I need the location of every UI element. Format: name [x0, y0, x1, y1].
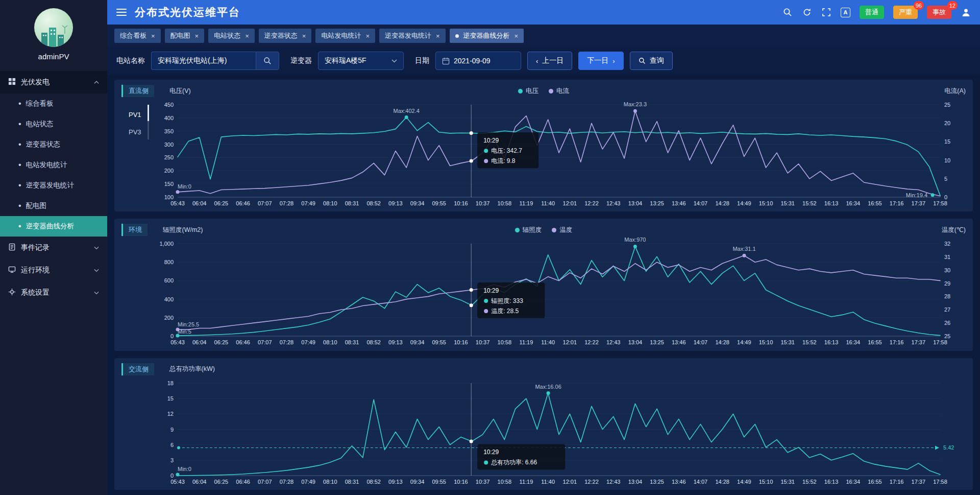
- user-icon[interactable]: [961, 7, 971, 17]
- svg-text:0: 0: [944, 194, 947, 200]
- legend-dot: [549, 89, 553, 93]
- svg-text:10:37: 10:37: [476, 200, 490, 206]
- filter-bar: 电站名称 逆变器 安科瑞A楼5F 日期 2021-09-09 ‹ 上一日: [107, 47, 980, 75]
- svg-text:14:49: 14:49: [737, 200, 751, 206]
- tab-close-icon[interactable]: ×: [514, 32, 519, 40]
- legend-item[interactable]: 电流: [549, 87, 569, 96]
- tab-distribution-diagram[interactable]: 配电图×: [165, 29, 205, 43]
- hamburger-icon[interactable]: [116, 9, 127, 16]
- tab-inverter-curve-analysis[interactable]: 逆变器曲线分析×: [450, 29, 524, 43]
- sidebar-item-system-settings[interactable]: 系统设置: [0, 281, 107, 304]
- irradiance-temperature-chart[interactable]: 02004006008001,000252627282930313205:430…: [154, 237, 966, 347]
- tab-inverter-gen-stats[interactable]: 逆变器发电统计×: [379, 29, 446, 43]
- svg-text:Max:970: Max:970: [624, 237, 646, 243]
- svg-text:15:31: 15:31: [780, 200, 795, 206]
- sidebar-item-pv-generation[interactable]: 光伏发电: [0, 71, 107, 93]
- tab-close-icon[interactable]: ×: [365, 32, 370, 40]
- sidebar-subitem[interactable]: •逆变器发电统计: [0, 175, 107, 196]
- tab-station-gen-stats[interactable]: 电站发电统计×: [315, 29, 375, 43]
- svg-text:3: 3: [170, 457, 174, 463]
- svg-text:电流: 9.8: 电流: 9.8: [491, 157, 516, 164]
- calendar-icon: [442, 57, 450, 65]
- dc-left-axis-title: 电压(V): [169, 87, 191, 96]
- pv-tab-pv1[interactable]: PV1: [121, 106, 154, 123]
- svg-text:17:16: 17:16: [890, 200, 904, 206]
- sidebar-subitem[interactable]: •电站发电统计: [0, 155, 107, 175]
- pv-tab-pv3[interactable]: PV3: [121, 123, 154, 140]
- refresh-icon[interactable]: [802, 7, 812, 17]
- svg-text:Max:16.06: Max:16.06: [535, 383, 561, 389]
- svg-text:12:22: 12:22: [584, 339, 599, 345]
- date-picker[interactable]: 2021-09-09: [435, 52, 521, 70]
- pv-tabs-scrollbar[interactable]: [148, 105, 149, 139]
- svg-text:200: 200: [164, 315, 174, 321]
- station-search-button[interactable]: [256, 52, 279, 70]
- next-day-button[interactable]: 下一日 ›: [578, 52, 623, 70]
- svg-text:14:28: 14:28: [715, 200, 729, 206]
- tab-close-icon[interactable]: ×: [195, 32, 199, 40]
- topbar: 分布式光伏运维平台 A 普通 严重 96: [107, 0, 980, 25]
- alarm-badge-normal[interactable]: 普通: [860, 6, 884, 19]
- svg-text:电压: 342.7: 电压: 342.7: [491, 147, 522, 154]
- sidebar-item-event-records[interactable]: 事件记录: [0, 237, 107, 259]
- tab-close-icon[interactable]: ×: [151, 32, 155, 40]
- svg-text:15:52: 15:52: [802, 479, 817, 485]
- sidebar-subitem[interactable]: •逆变器状态: [0, 134, 107, 155]
- search-icon[interactable]: [782, 7, 793, 17]
- pv-tabs-scrollbar-thumb[interactable]: [148, 105, 149, 121]
- tab-close-icon[interactable]: ×: [302, 32, 306, 40]
- alarm-badge-severe-label: 严重: [899, 8, 912, 16]
- env-panel-header: 环境 辐照度(W/m2) 辐照度温度 温度(℃): [121, 223, 966, 237]
- svg-text:07:28: 07:28: [280, 339, 294, 345]
- sidebar-subitem[interactable]: •综合看板: [0, 93, 107, 114]
- svg-text:06:46: 06:46: [236, 200, 250, 206]
- sidebar: adminPV 光伏发电•综合看板•电站状态•逆变器状态•电站发电统计•逆变器发…: [0, 0, 107, 495]
- svg-text:14:28: 14:28: [715, 479, 729, 485]
- app-root: adminPV 光伏发电•综合看板•电站状态•逆变器状态•电站发电统计•逆变器发…: [0, 0, 980, 495]
- sidebar-item-operating-env[interactable]: 运行环境: [0, 259, 107, 281]
- query-button[interactable]: 查询: [630, 52, 673, 70]
- tab-close-icon[interactable]: ×: [245, 32, 249, 40]
- active-power-chart[interactable]: 036912151805:4306:0406:2506:4607:0707:28…: [154, 376, 966, 487]
- ac-left-spacer: [121, 376, 154, 487]
- station-name-input[interactable]: [151, 52, 256, 70]
- alarm-badge-accident-label: 事故: [933, 8, 946, 16]
- sidebar-subitem[interactable]: •配电图: [0, 196, 107, 216]
- prev-day-button[interactable]: ‹ 上一日: [527, 52, 572, 70]
- doc-icon: [8, 243, 16, 252]
- dc-voltage-current-chart[interactable]: 100150200250300350400450051015202505:430…: [154, 98, 966, 208]
- svg-text:09:13: 09:13: [388, 200, 403, 206]
- svg-text:08:10: 08:10: [323, 339, 337, 345]
- chevron-down-icon: [94, 245, 99, 251]
- tab-close-icon[interactable]: ×: [436, 32, 440, 40]
- svg-text:12:22: 12:22: [584, 200, 599, 206]
- fullscreen-icon[interactable]: [821, 7, 831, 17]
- svg-text:07:07: 07:07: [258, 200, 272, 206]
- language-icon[interactable]: A: [841, 8, 850, 17]
- dc-panel-body: PV1PV3 100150200250300350400450051015202…: [121, 98, 966, 208]
- svg-text:16:55: 16:55: [868, 200, 882, 206]
- svg-text:27: 27: [944, 307, 950, 313]
- sidebar-subitem[interactable]: •逆变器曲线分析: [0, 216, 107, 237]
- svg-text:25: 25: [944, 102, 950, 108]
- legend-item[interactable]: 辐照度: [515, 226, 542, 234]
- alarm-badge-accident[interactable]: 事故 12: [927, 6, 951, 19]
- legend-item[interactable]: 温度: [552, 226, 572, 234]
- tab-inverter-status[interactable]: 逆变器状态×: [259, 29, 312, 43]
- svg-text:16:34: 16:34: [846, 479, 860, 485]
- inverter-select-value: 安科瑞A楼5F: [325, 56, 366, 65]
- svg-text:32: 32: [944, 241, 950, 247]
- alarm-badge-severe[interactable]: 严重 96: [893, 6, 918, 19]
- bullet-icon: •: [18, 120, 21, 128]
- env-legend: 辐照度温度: [515, 226, 573, 234]
- tab-dashboard[interactable]: 综合看板×: [114, 29, 161, 43]
- legend-item[interactable]: 电压: [518, 87, 538, 96]
- env-left-spacer: [121, 237, 154, 347]
- severe-count-badge: 96: [914, 1, 924, 10]
- legend-dot: [552, 228, 556, 232]
- svg-text:11:40: 11:40: [541, 200, 555, 206]
- inverter-select[interactable]: 安科瑞A楼5F: [318, 52, 404, 70]
- sidebar-subitem[interactable]: •电站状态: [0, 114, 107, 134]
- tab-station-status[interactable]: 电站状态×: [208, 29, 255, 43]
- chevron-down-icon: [94, 268, 99, 273]
